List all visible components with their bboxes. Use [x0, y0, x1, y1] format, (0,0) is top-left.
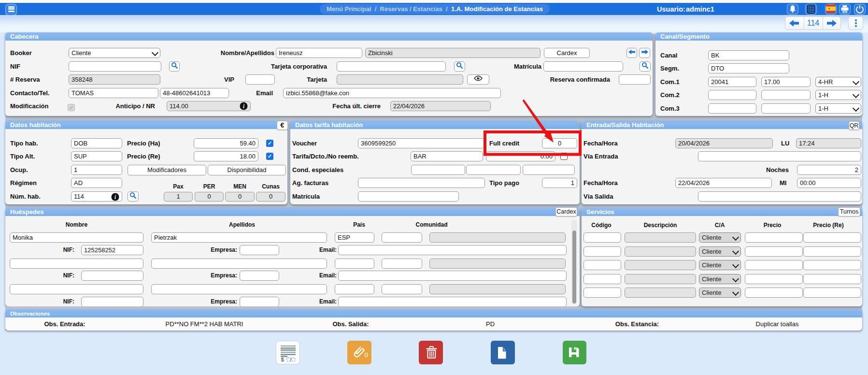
svg-text:0: 0	[365, 351, 369, 359]
